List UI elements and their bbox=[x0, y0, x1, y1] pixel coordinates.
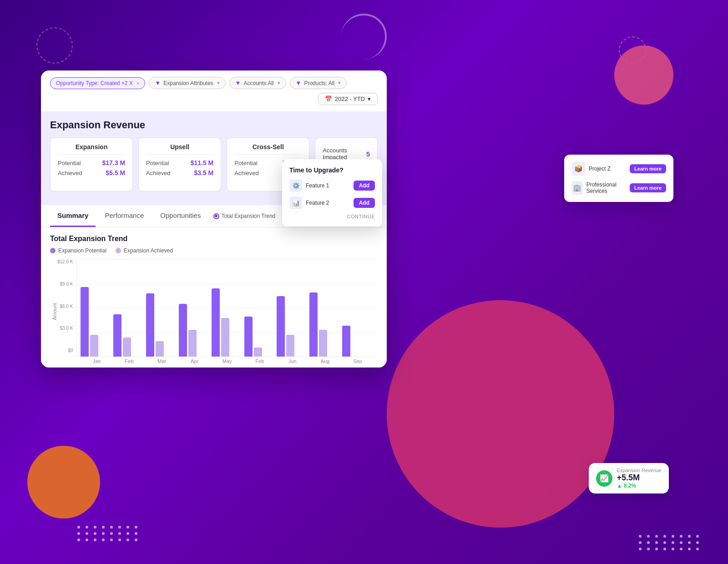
bg-pink-blob bbox=[614, 45, 673, 105]
x-label-7: Aug bbox=[309, 358, 342, 364]
feature1-icon: ⚙️ bbox=[289, 179, 302, 192]
filter-bar: Opportunity Type: Created +2 X × ▼ Expan… bbox=[41, 70, 387, 112]
products-filter-icon: ▼ bbox=[296, 80, 302, 86]
accounts-impacted-value: 5 bbox=[366, 150, 370, 158]
bg-circle-top bbox=[341, 14, 387, 59]
date-filter[interactable]: 📅 2022 - YTD ▾ bbox=[318, 93, 378, 105]
close-filter-icon[interactable]: × bbox=[136, 81, 139, 86]
upgrade-popup: Time to Upgrade? ⚙️ Feature 1 Add 📊 Feat… bbox=[282, 159, 382, 227]
x-label-4: May bbox=[211, 358, 243, 364]
bar-group-Sep bbox=[342, 326, 374, 357]
x-label-1: Feb bbox=[113, 358, 146, 364]
bar-achieved-3 bbox=[188, 330, 197, 357]
product-popup: 📦 Project Z Learn more 🏢 Professional Se… bbox=[564, 155, 673, 202]
expansion-achieved-value: $5.5 M bbox=[106, 169, 125, 176]
y-label-9k: $9.0 K bbox=[60, 282, 73, 287]
upsell-potential-label: Potential bbox=[146, 160, 169, 166]
product1: 📦 Project Z bbox=[571, 162, 611, 176]
x-labels: JanFebMarAprMayFebJunAugSep bbox=[76, 357, 378, 364]
bar-achieved-1 bbox=[123, 337, 131, 357]
chart-area: Total Expansion Trend Expansion Potentia… bbox=[41, 227, 387, 368]
date-label: 2022 - YTD bbox=[335, 96, 365, 102]
bg-orange-blob bbox=[27, 446, 100, 519]
bar-achieved-4 bbox=[221, 318, 229, 357]
bar-group-May bbox=[212, 288, 243, 357]
x-label-3: Apr bbox=[178, 358, 211, 364]
bar-achieved-2 bbox=[156, 341, 164, 357]
y-label-0: $0 bbox=[68, 348, 73, 353]
bar-group-Jan bbox=[81, 287, 112, 357]
upsell-card: Upsell Potential $11.5 M Achieved $3.5 M bbox=[138, 137, 221, 191]
upsell-potential-row: Potential $11.5 M bbox=[146, 159, 213, 166]
products-filter[interactable]: ▼ Products: All ▾ bbox=[290, 77, 347, 89]
expansion-card: Expansion Potential $17.3 M Achieved $5.… bbox=[50, 137, 133, 191]
total-trend-radio[interactable] bbox=[213, 213, 219, 219]
bar-potential-3 bbox=[179, 304, 187, 357]
feature2-add-button[interactable]: Add bbox=[354, 198, 375, 208]
continue-link[interactable]: CONTINUE bbox=[289, 214, 375, 219]
x-label-8: Sep bbox=[341, 358, 374, 364]
bar-potential-0 bbox=[81, 287, 89, 357]
badge-value: +5.5M bbox=[617, 473, 662, 483]
accounts-filter[interactable]: ▼ Accounts:All ▾ bbox=[229, 77, 286, 89]
dots-decoration-left bbox=[77, 526, 139, 541]
tab-summary[interactable]: Summary bbox=[50, 205, 96, 227]
bar-potential-1 bbox=[113, 314, 121, 357]
expansion-filter-label: Expansion Attributes bbox=[163, 80, 213, 86]
calendar-icon: 📅 bbox=[325, 96, 332, 102]
feature2-label: Feature 2 bbox=[306, 200, 329, 206]
product2: 🏢 Professional Services bbox=[571, 181, 630, 195]
expansion-filter-chevron: ▾ bbox=[217, 80, 220, 86]
bar-potential-7 bbox=[309, 292, 318, 357]
tab-opportunities[interactable]: Opportunities bbox=[153, 205, 208, 227]
products-filter-label: Products: All bbox=[304, 80, 334, 86]
date-chevron: ▾ bbox=[368, 96, 371, 102]
total-expansion-trend-option[interactable]: Total Expansion Trend bbox=[213, 213, 276, 219]
bar-potential-5 bbox=[244, 317, 253, 357]
product2-row: 🏢 Professional Services Learn more bbox=[571, 181, 666, 195]
expansion-card-title: Expansion bbox=[58, 143, 125, 155]
tab-performance[interactable]: Performance bbox=[97, 205, 151, 227]
revenue-badge: 📈 Expansion Revenue +5.5M ▲ 8.2% bbox=[589, 463, 669, 494]
product1-icon: 📦 bbox=[571, 162, 585, 176]
chart-title: Total Expansion Trend bbox=[50, 235, 378, 243]
bar-achieved-0 bbox=[90, 335, 98, 357]
legend-dot-achieved bbox=[116, 248, 121, 253]
accounts-filter-icon: ▼ bbox=[235, 80, 241, 86]
product1-learn-button[interactable]: Learn more bbox=[630, 164, 666, 173]
bar-potential-4 bbox=[212, 288, 220, 357]
y-label-3k: $3.0 K bbox=[60, 326, 73, 331]
upsell-achieved-row: Achieved $3.5 M bbox=[146, 169, 213, 176]
upgrade-title: Time to Upgrade? bbox=[289, 166, 375, 174]
product2-label: Professional Services bbox=[586, 181, 630, 194]
expansion-attributes-filter[interactable]: ▼ Expansion Attributes ▾ bbox=[149, 77, 225, 89]
chart-grid bbox=[76, 259, 378, 357]
feature1-label: Feature 1 bbox=[306, 182, 329, 189]
feature2-row: 📊 Feature 2 Add bbox=[289, 196, 375, 209]
legend-achieved: Expansion Achieved bbox=[116, 247, 173, 254]
chart-legend: Expansion Potential Expansion Achieved bbox=[50, 247, 378, 254]
opportunity-type-filter[interactable]: Opportunity Type: Created +2 X × bbox=[50, 77, 145, 89]
upsell-card-title: Upsell bbox=[146, 143, 213, 155]
x-label-5: Feb bbox=[243, 358, 276, 364]
feature2: 📊 Feature 2 bbox=[289, 196, 329, 209]
badge-label: Expansion Revenue bbox=[617, 468, 662, 473]
y-axis-title: Amount bbox=[50, 259, 57, 364]
bar-achieved-6 bbox=[286, 335, 294, 357]
product1-label: Project Z bbox=[589, 166, 611, 172]
dots-decoration-right bbox=[639, 535, 701, 550]
bar-group-Aug bbox=[309, 292, 341, 357]
legend-achieved-label: Expansion Achieved bbox=[124, 247, 173, 254]
upsell-achieved-label: Achieved bbox=[146, 170, 170, 176]
bars-container bbox=[77, 259, 378, 357]
product2-learn-button[interactable]: Learn more bbox=[630, 183, 666, 192]
x-label-0: Jan bbox=[80, 358, 113, 364]
chart-container: Amount $12.0 K $9.0 K $6.0 K $3.0 K $0 bbox=[50, 259, 378, 364]
feature1-add-button[interactable]: Add bbox=[354, 181, 375, 191]
legend-dot-potential bbox=[50, 248, 56, 253]
bar-group-Jun bbox=[277, 296, 308, 357]
crosssell-potential-label: Potential bbox=[234, 160, 258, 166]
panel-title: Expansion Revenue bbox=[50, 119, 378, 131]
x-label-2: Mar bbox=[146, 358, 178, 364]
feature1: ⚙️ Feature 1 bbox=[289, 179, 329, 192]
